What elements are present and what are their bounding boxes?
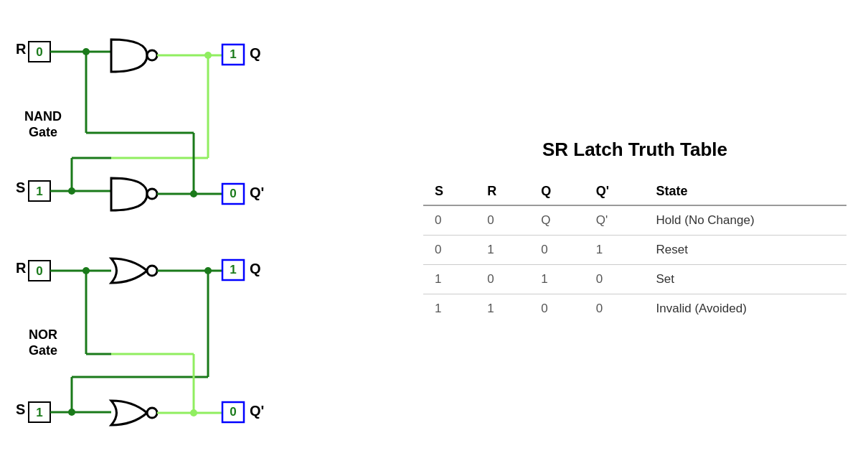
truth-table-title: SR Latch Truth Table: [423, 139, 846, 161]
col-header-s: S: [423, 178, 476, 205]
table-row: 1010Set: [423, 264, 846, 294]
cell-q-0: Q: [529, 205, 585, 236]
svg-point-8: [147, 50, 157, 60]
svg-text:Gate: Gate: [29, 125, 57, 139]
r-top-label: R: [16, 41, 27, 57]
col-header-q: Q: [529, 178, 585, 205]
svg-text:1: 1: [230, 47, 236, 61]
truth-table-panel: SR Latch Truth Table S R Q Q' State 00QQ…: [402, 124, 868, 337]
svg-text:1: 1: [230, 263, 236, 276]
svg-text:Q': Q': [250, 185, 264, 200]
svg-text:R: R: [16, 260, 27, 276]
svg-point-47: [204, 267, 212, 274]
svg-text:0: 0: [36, 45, 42, 59]
s-top-label: S: [16, 180, 25, 195]
table-header-row: S R Q Q' State: [423, 178, 846, 205]
svg-text:NOR: NOR: [29, 327, 57, 342]
svg-text:NAND: NAND: [24, 109, 62, 124]
main-container: R 0 S 1 1 Q: [0, 0, 868, 461]
svg-text:Gate: Gate: [29, 343, 57, 358]
cell-r-3: 1: [476, 294, 529, 323]
cell-q-3: 0: [529, 294, 585, 323]
svg-text:0: 0: [230, 405, 236, 419]
svg-text:S: S: [16, 401, 25, 417]
cell-qp-1: 1: [585, 235, 645, 264]
table-row: 0101Reset: [423, 235, 846, 264]
svg-point-39: [82, 267, 90, 274]
cell-qp-0: Q': [585, 205, 645, 236]
svg-point-15: [204, 52, 212, 59]
cell-q-1: 0: [529, 235, 585, 264]
table-row: 1100Invalid (Avoided): [423, 294, 846, 323]
svg-text:0: 0: [36, 264, 42, 278]
svg-text:Q: Q: [250, 45, 261, 61]
svg-text:0: 0: [230, 187, 236, 200]
cell-state-0: Hold (No Change): [645, 205, 846, 236]
cell-s-2: 1: [423, 264, 476, 294]
cell-r-2: 0: [476, 264, 529, 294]
svg-point-52: [147, 408, 157, 418]
svg-point-20: [147, 189, 157, 199]
svg-point-7: [82, 48, 90, 55]
col-header-state: State: [645, 178, 846, 205]
svg-text:1: 1: [36, 185, 42, 198]
svg-text:Q: Q: [250, 261, 261, 276]
cell-state-1: Reset: [645, 235, 846, 264]
cell-r-1: 1: [476, 235, 529, 264]
cell-r-0: 0: [476, 205, 529, 236]
truth-table: S R Q Q' State 00QQ'Hold (No Change)0101…: [423, 178, 846, 323]
cell-s-0: 0: [423, 205, 476, 236]
circuit-diagram: R 0 S 1 1 Q: [0, 0, 402, 461]
cell-s-1: 0: [423, 235, 476, 264]
cell-qp-3: 0: [585, 294, 645, 323]
cell-state-2: Set: [645, 264, 846, 294]
svg-text:Q': Q': [250, 403, 264, 419]
svg-point-40: [147, 266, 157, 276]
svg-point-19: [68, 187, 75, 195]
cell-s-3: 1: [423, 294, 476, 323]
svg-text:1: 1: [36, 406, 42, 419]
table-row: 00QQ'Hold (No Change): [423, 205, 846, 236]
svg-point-27: [190, 190, 197, 197]
cell-state-3: Invalid (Avoided): [645, 294, 846, 323]
cell-qp-2: 0: [585, 264, 645, 294]
svg-point-59: [190, 409, 197, 416]
cell-q-2: 1: [529, 264, 585, 294]
svg-point-51: [68, 409, 75, 416]
col-header-r: R: [476, 178, 529, 205]
col-header-qp: Q': [585, 178, 645, 205]
